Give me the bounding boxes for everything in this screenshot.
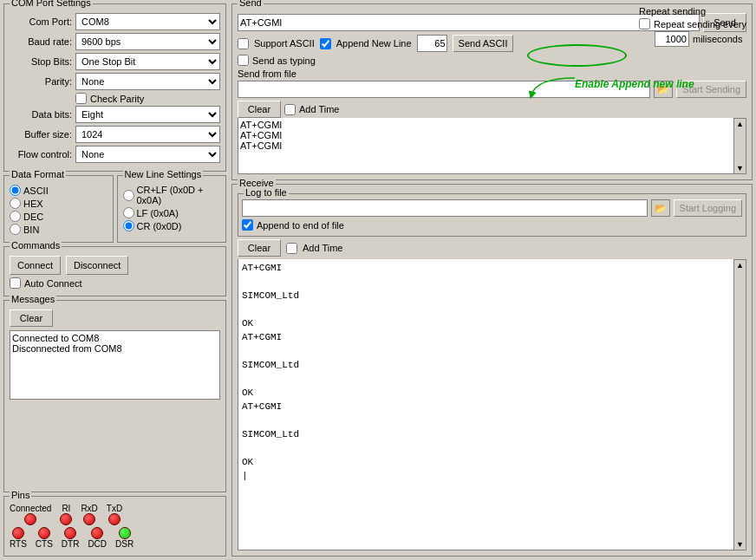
repeat-sending-label: Repeat sending every — [654, 19, 746, 29]
com-port-select[interactable]: COM8 — [75, 13, 220, 30]
repeat-unit-label: miliseconds — [693, 34, 742, 44]
ascii-value-input[interactable] — [417, 35, 447, 52]
messages-clear-button[interactable]: Clear — [10, 309, 53, 327]
fmt-bin-radio[interactable] — [10, 224, 21, 235]
pin-dtr: DTR — [62, 527, 80, 549]
nl-cr-radio[interactable] — [123, 220, 134, 231]
com-port-settings-title: COM Port Settings — [10, 0, 93, 8]
log-file-browse-button[interactable]: 📂 — [651, 199, 670, 217]
append-to-end-checkbox[interactable] — [242, 219, 253, 231]
data-bits-label: Data bits: — [10, 109, 72, 120]
pins-section: Connected RI RxD TxD — [10, 504, 220, 549]
flow-control-select[interactable]: None — [75, 146, 220, 163]
receive-area-container: AT+CGMI SIMCOM_Ltd OK AT+CGMI SIMCOM_Ltd… — [238, 259, 746, 550]
pins-title: Pins — [10, 490, 31, 500]
add-time-send-label: Add Time — [299, 104, 339, 114]
pin-rxd: RxD — [81, 504, 97, 525]
stop-bits-select[interactable]: One Stop Bit — [75, 53, 220, 70]
fmt-dec-radio[interactable] — [10, 211, 21, 222]
right-panel: Send Repeat sending Repeat sending every… — [230, 0, 756, 560]
send-history-scrollbar[interactable]: ▲ ▼ — [734, 118, 746, 174]
buffer-size-select[interactable]: 1024 — [75, 126, 220, 143]
send-history-container: AT+CGMI AT+CGMI AT+CGMI ▲ ▼ — [238, 118, 746, 174]
send-clear-button[interactable]: Clear — [238, 101, 281, 118]
auto-connect-checkbox[interactable] — [10, 277, 21, 289]
send-title: Send — [238, 0, 264, 8]
parity-select[interactable]: None — [75, 73, 220, 90]
data-format-group: Data Format ASCII HEX DEC BIN — [3, 175, 114, 243]
send-file-path-input[interactable] — [238, 81, 650, 98]
messages-title: Messages — [10, 294, 56, 304]
com-port-settings: COM Port Settings Com Port: COM8 Baud ra… — [3, 3, 226, 172]
receive-top-row: Log to file 📂 Start Logging Append to en… — [238, 193, 746, 237]
pin-ri: RI — [60, 504, 72, 525]
receive-controls: Clear Add Time — [238, 239, 746, 257]
fmt-ascii-radio[interactable] — [10, 185, 21, 196]
send-as-typing-label: Send as typing — [252, 55, 316, 66]
pin-cts-led — [38, 527, 50, 539]
stop-bits-label: Stop Bits: — [10, 56, 72, 67]
connect-button[interactable]: Connect — [10, 256, 61, 275]
log-to-file-group: Log to file 📂 Start Logging Append to en… — [238, 193, 746, 237]
receive-scrollbar[interactable]: ▲ ▼ — [734, 259, 746, 550]
fmt-hex-radio[interactable] — [10, 198, 21, 209]
append-to-end-label: Append to end of file — [257, 220, 344, 231]
buffer-size-label: Buffer size: — [10, 129, 72, 140]
pin-txd: TxD — [107, 504, 122, 525]
data-format-title: Data Format — [10, 169, 66, 179]
pin-connected-led — [24, 513, 36, 525]
start-sending-button[interactable]: Start Sending — [676, 81, 746, 98]
start-logging-button[interactable]: Start Logging — [674, 199, 742, 217]
support-ascii-label: Support ASCII — [254, 38, 315, 49]
pin-dsr-led — [119, 527, 131, 539]
new-line-group: New Line Settings CR+LF (0x0D + 0x0A) LF… — [117, 175, 227, 243]
parity-label: Parity: — [10, 76, 72, 87]
repeat-sending-checkbox[interactable] — [639, 18, 650, 29]
pin-rts-led — [12, 527, 24, 539]
pin-rxd-led — [83, 513, 95, 525]
format-newline-row: Data Format ASCII HEX DEC BIN New Line S… — [3, 175, 226, 243]
repeat-sending-box: Repeat sending Repeat sending every mili… — [639, 6, 746, 47]
nl-crlf-radio[interactable] — [123, 190, 134, 201]
disconnect-button[interactable]: Disconnect — [66, 256, 128, 275]
send-command-input[interactable] — [238, 14, 700, 31]
pin-dcd: DCD — [88, 527, 107, 549]
left-panel: COM Port Settings Com Port: COM8 Baud ra… — [0, 0, 230, 560]
send-from-file-label: Send from file — [238, 68, 746, 79]
com-port-label: Com Port: — [10, 16, 72, 27]
receive-clear-button[interactable]: Clear — [238, 239, 281, 257]
pin-txd-led — [108, 513, 121, 525]
receive-area: AT+CGMI SIMCOM_Ltd OK AT+CGMI SIMCOM_Ltd… — [238, 259, 734, 550]
nl-lf-radio[interactable] — [123, 207, 134, 218]
pin-dsr: DSR — [115, 527, 134, 549]
send-file-browse-button[interactable]: 📂 — [654, 81, 673, 98]
log-to-file-title: Log to file — [244, 187, 289, 198]
send-section: Send Repeat sending Repeat sending every… — [231, 3, 753, 180]
add-time-send-checkbox[interactable] — [284, 104, 296, 115]
messages-area: Connected to COM8 Disconnected from COM8 — [10, 330, 220, 400]
pin-dcd-led — [91, 527, 103, 539]
flow-control-label: Flow control: — [10, 149, 72, 160]
commands-group: Commands Connect Disconnect Auto Connect — [3, 246, 226, 296]
messages-group: Messages Clear Connected to COM8 Disconn… — [3, 300, 226, 492]
baud-rate-select[interactable]: 9600 bps — [75, 33, 220, 50]
send-ascii-button[interactable]: Send ASCII — [453, 35, 514, 52]
baud-rate-label: Baud rate: — [10, 36, 72, 47]
check-parity-checkbox[interactable] — [75, 93, 87, 104]
send-history-area: AT+CGMI AT+CGMI AT+CGMI — [238, 118, 734, 174]
pins-group: Pins Connected RI RxD — [3, 496, 226, 557]
support-ascii-checkbox[interactable] — [238, 38, 249, 49]
pin-rts: RTS — [10, 527, 27, 549]
pin-cts: CTS — [36, 527, 53, 549]
pin-ri-led — [60, 513, 72, 525]
receive-content: AT+CGMI SIMCOM_Ltd OK AT+CGMI SIMCOM_Ltd… — [242, 261, 720, 483]
log-file-path-input[interactable] — [242, 199, 648, 217]
check-parity-label: Check Parity — [90, 94, 144, 104]
add-time-receive-checkbox[interactable] — [286, 243, 297, 254]
append-new-line-label: Append New Line — [336, 38, 412, 49]
repeat-interval-input[interactable] — [655, 31, 689, 47]
append-new-line-checkbox[interactable] — [320, 38, 331, 49]
new-line-title: New Line Settings — [123, 169, 204, 179]
send-as-typing-checkbox[interactable] — [238, 55, 249, 66]
data-bits-select[interactable]: Eight — [75, 106, 220, 123]
